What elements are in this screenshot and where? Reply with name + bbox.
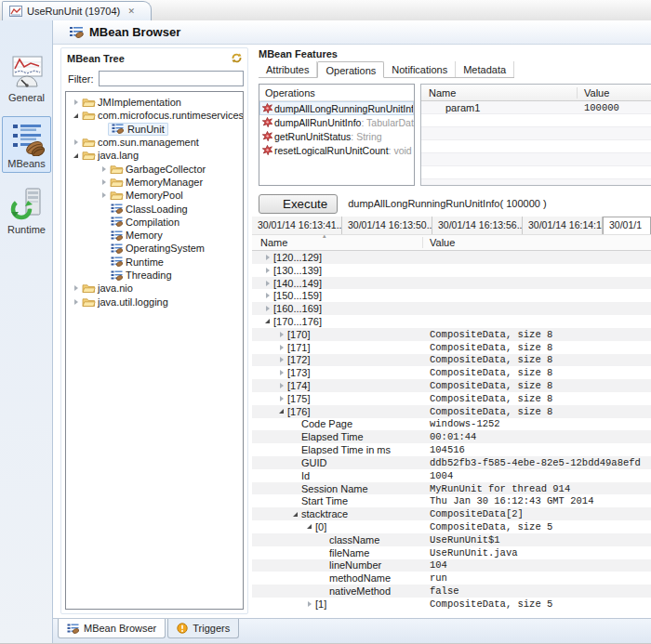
- result-row[interactable]: [1]CompositeData, size 5: [252, 598, 651, 611]
- result-tab[interactable]: 30/01/14 16:13:56...: [432, 217, 523, 234]
- editor-tab-label: UseRunUnit (19704): [27, 6, 120, 17]
- tree-node[interactable]: MemoryManager: [66, 176, 243, 189]
- column-header-value[interactable]: Value: [423, 237, 455, 248]
- expand-arrow-icon[interactable]: [71, 285, 81, 291]
- sidebar-item-mbeans[interactable]: MBeans: [2, 116, 51, 173]
- result-row[interactable]: [176]CompositeData, size 8: [252, 405, 651, 418]
- sidebar-item-runtime[interactable]: Runtime: [2, 182, 51, 239]
- sidebar-item-general[interactable]: General: [2, 50, 51, 107]
- result-tab[interactable]: 30/01/14 16:13:41...: [252, 217, 342, 234]
- expand-arrow-icon[interactable]: [261, 293, 273, 298]
- tree-node-label: com.microfocus.runtimeservices: [98, 110, 244, 121]
- tree-node[interactable]: java.util.logging: [66, 295, 243, 308]
- sort-indicator-icon[interactable]: ▴: [323, 234, 326, 240]
- tree-node[interactable]: OperatingSystem: [66, 242, 243, 255]
- editor-tab-userununit[interactable]: UseRunUnit (19704) ✕: [2, 1, 152, 20]
- collapse-arrow-icon[interactable]: [303, 524, 315, 529]
- tree-node[interactable]: MemoryPool: [66, 189, 243, 202]
- operation-item[interactable]: getRunUnitStatus : String: [259, 129, 414, 143]
- tree-node[interactable]: Compilation: [66, 216, 243, 229]
- result-row-name: Elapsed Time in ms: [252, 444, 423, 455]
- execute-button[interactable]: Execute: [259, 194, 338, 214]
- expand-arrow-icon[interactable]: [275, 357, 287, 362]
- tree-node[interactable]: Runtime: [66, 256, 243, 269]
- tab-attributes[interactable]: Attributes: [259, 61, 317, 77]
- collapse-arrow-icon[interactable]: [261, 319, 273, 323]
- result-row[interactable]: [150...159]: [252, 289, 651, 302]
- param-row[interactable]: param1100000: [421, 101, 651, 114]
- result-row[interactable]: GUIDddb52fb3-f585-4ebe-82e5-12bdd49a8efd: [252, 456, 651, 469]
- result-row[interactable]: [160...169]: [252, 302, 651, 315]
- operation-item[interactable]: dumpAllRunUnitInfo : TabularData: [259, 115, 414, 129]
- expand-arrow-icon[interactable]: [275, 370, 287, 375]
- tree-node[interactable]: ClassLoading: [66, 202, 243, 215]
- result-tab[interactable]: 30/01/14 16:14:18...: [523, 217, 603, 234]
- column-header-name[interactable]: Name: [252, 237, 423, 248]
- expand-arrow-icon[interactable]: [99, 179, 109, 185]
- result-row[interactable]: [140...149]: [252, 277, 651, 290]
- result-row[interactable]: classNameUseRunUnit$1: [252, 533, 651, 546]
- result-row[interactable]: methodNamerun: [252, 572, 651, 585]
- result-row[interactable]: Session NameMyRunUnit for thread 914: [252, 482, 651, 495]
- tree-node[interactable]: Memory: [66, 229, 243, 242]
- expand-arrow-icon[interactable]: [261, 268, 273, 273]
- expand-arrow-icon[interactable]: [261, 255, 273, 260]
- filter-input[interactable]: [99, 71, 245, 86]
- expand-arrow-icon[interactable]: [275, 396, 287, 401]
- tab-metadata[interactable]: Metadata: [456, 61, 514, 77]
- tab-notifications[interactable]: Notifications: [384, 61, 456, 77]
- close-icon[interactable]: ✕: [125, 5, 138, 18]
- param-value[interactable]: 100000: [578, 102, 619, 113]
- result-row[interactable]: Id1004: [252, 469, 651, 482]
- result-row[interactable]: lineNumber104: [252, 559, 651, 572]
- tree-node[interactable]: Threading: [66, 269, 243, 282]
- expand-arrow-icon[interactable]: [261, 306, 273, 311]
- expand-arrow-icon[interactable]: [275, 345, 287, 350]
- result-row[interactable]: Elapsed Time00:01:44: [252, 430, 651, 443]
- result-row[interactable]: Elapsed Time in ms104516: [252, 443, 651, 456]
- result-row[interactable]: stacktraceCompositeData[2]: [252, 507, 651, 520]
- tree-node[interactable]: com.sun.management: [66, 136, 243, 149]
- result-row[interactable]: [173]CompositeData, size 8: [252, 366, 651, 379]
- result-tab[interactable]: 30/01/14 16:13:50...: [342, 217, 432, 234]
- result-row[interactable]: [130...139]: [252, 264, 651, 277]
- expand-arrow-icon[interactable]: [71, 99, 81, 105]
- tree-node[interactable]: GarbageCollector: [66, 162, 243, 175]
- tree-node[interactable]: RunUnit: [66, 123, 243, 136]
- result-row[interactable]: [0]CompositeData, size 5: [252, 520, 651, 533]
- result-row[interactable]: Code Pagewindows-1252: [252, 418, 651, 431]
- expand-arrow-icon[interactable]: [71, 139, 81, 145]
- expand-arrow-icon[interactable]: [99, 166, 109, 172]
- tab-mbean-browser[interactable]: MBean Browser: [58, 619, 166, 638]
- result-row[interactable]: [174]CompositeData, size 8: [252, 379, 651, 392]
- operation-item[interactable]: resetLogicalRunUnitCount : void: [259, 143, 414, 157]
- result-row[interactable]: [172]CompositeData, size 8: [252, 354, 651, 367]
- result-row[interactable]: [175]CompositeData, size 8: [252, 392, 651, 405]
- collapse-arrow-icon[interactable]: [71, 113, 81, 118]
- tree-node[interactable]: java.nio: [66, 282, 243, 295]
- expand-arrow-icon[interactable]: [303, 601, 315, 607]
- expand-arrow-icon[interactable]: [71, 299, 81, 305]
- result-row[interactable]: [171]CompositeData, size 8: [252, 341, 651, 354]
- result-row[interactable]: fileNameUseRunUnit.java: [252, 546, 651, 559]
- expand-arrow-icon[interactable]: [99, 192, 109, 198]
- collapse-arrow-icon[interactable]: [289, 512, 301, 517]
- collapse-arrow-icon[interactable]: [71, 153, 81, 158]
- tree-node[interactable]: JMImplementation: [66, 96, 243, 109]
- refresh-icon[interactable]: [231, 52, 243, 64]
- expand-arrow-icon[interactable]: [261, 281, 273, 286]
- tree-node[interactable]: java.lang: [66, 149, 243, 162]
- expand-arrow-icon[interactable]: [275, 383, 287, 388]
- result-row[interactable]: Start TimeThu Jan 30 16:12:43 GMT 2014: [252, 494, 651, 507]
- result-tab[interactable]: 30/01/1: [603, 217, 651, 234]
- result-row[interactable]: [120...129]: [252, 251, 651, 264]
- operation-item[interactable]: dumpAllLongRunningRunUnitInfo : Ta: [259, 101, 414, 115]
- result-row[interactable]: nativeMethodfalse: [252, 585, 651, 598]
- result-row[interactable]: [170...176]: [252, 315, 651, 328]
- result-row[interactable]: [170]CompositeData, size 8: [252, 328, 651, 341]
- tab-triggers[interactable]: Triggers: [167, 619, 239, 638]
- expand-arrow-icon[interactable]: [275, 332, 287, 337]
- tab-operations[interactable]: Operations: [317, 61, 384, 78]
- tree-node[interactable]: com.microfocus.runtimeservices: [66, 109, 243, 122]
- collapse-arrow-icon[interactable]: [275, 409, 287, 414]
